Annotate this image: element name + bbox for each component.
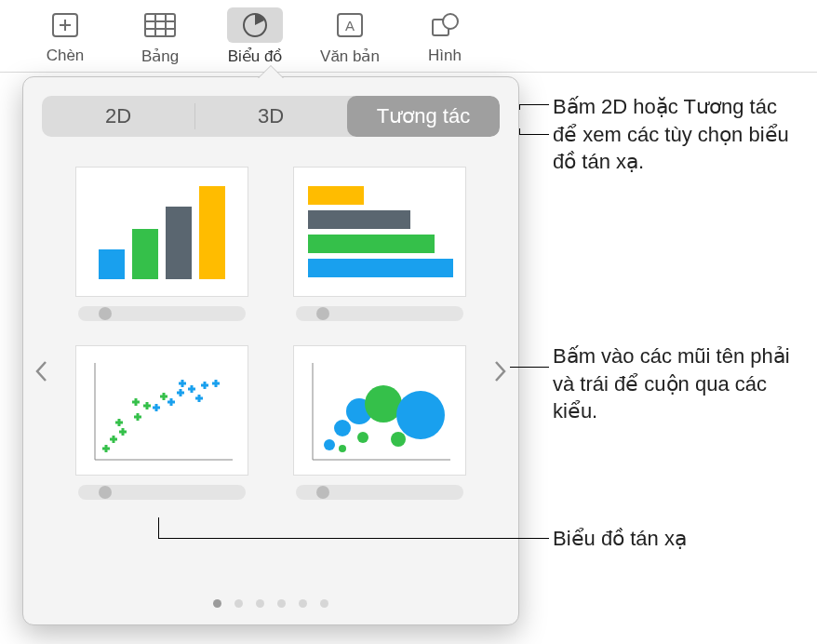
chart-option-column[interactable] [70, 167, 254, 321]
page-dot[interactable] [213, 599, 221, 608]
callout-bottom: Biểu đồ tán xạ [553, 525, 795, 553]
shape-label: Hình [428, 47, 462, 65]
option-slider[interactable] [296, 306, 463, 321]
insert-icon [51, 12, 79, 38]
chart-button[interactable]: Biểu đồ [218, 4, 292, 66]
chart-option-scatter[interactable] [70, 345, 254, 500]
svg-point-30 [365, 385, 402, 423]
page-dot[interactable] [277, 599, 286, 608]
text-label: Văn bản [320, 47, 380, 66]
svg-point-32 [396, 391, 445, 439]
chart-option-bubble[interactable] [288, 345, 472, 500]
text-icon: A [336, 12, 364, 38]
svg-point-28 [357, 432, 368, 443]
page-dots[interactable] [23, 599, 518, 608]
chevron-left-icon [34, 360, 47, 382]
svg-rect-15 [166, 207, 192, 279]
svg-text:A: A [345, 18, 355, 34]
prev-style-arrow[interactable] [29, 353, 53, 390]
insert-label: Chèn [47, 47, 85, 65]
next-style-arrow[interactable] [489, 353, 513, 390]
svg-rect-18 [308, 210, 410, 229]
table-button[interactable]: Bảng [123, 4, 197, 66]
option-slider[interactable] [296, 485, 463, 500]
chart-option-bar[interactable] [288, 167, 472, 321]
tab-2d[interactable]: 2D [42, 96, 194, 137]
svg-rect-19 [308, 235, 435, 253]
svg-point-25 [324, 439, 335, 450]
svg-rect-17 [308, 186, 364, 205]
chart-popover: 2D 3D Tương tác [22, 76, 519, 625]
callout-middle: Bấm vào các mũi tên phải và trái để cuộn… [553, 342, 813, 425]
svg-rect-16 [199, 186, 225, 279]
text-button[interactable]: A Văn bản [313, 4, 387, 66]
option-slider[interactable] [78, 306, 246, 321]
toolbar: Chèn Bảng Biểu đồ A Văn bản Hình [0, 0, 817, 73]
tab-3d[interactable]: 3D [194, 96, 347, 137]
page-dot[interactable] [234, 599, 243, 608]
callout-top: Bấm 2D hoặc Tương tác để xem các tùy chọ… [553, 93, 795, 176]
svg-point-27 [334, 420, 351, 436]
svg-rect-3 [145, 14, 175, 36]
shape-icon [430, 12, 460, 38]
insert-button[interactable]: Chèn [28, 4, 102, 65]
tab-interactive[interactable]: Tương tác [347, 96, 500, 137]
shape-button[interactable]: Hình [408, 4, 482, 65]
chart-type-segmented: 2D 3D Tương tác [42, 96, 500, 137]
pie-chart-icon [241, 11, 269, 39]
svg-rect-20 [308, 259, 453, 277]
page-dot[interactable] [299, 599, 307, 608]
table-label: Bảng [141, 47, 179, 66]
svg-rect-14 [132, 229, 158, 279]
chart-label: Biểu đồ [228, 47, 283, 66]
table-icon [144, 13, 176, 37]
page-dot[interactable] [320, 599, 328, 608]
page-dot[interactable] [256, 599, 264, 608]
svg-point-31 [391, 432, 406, 447]
chevron-right-icon [494, 360, 507, 382]
svg-rect-13 [99, 249, 125, 279]
option-slider[interactable] [78, 485, 246, 500]
svg-point-12 [443, 14, 458, 29]
svg-point-26 [339, 445, 346, 452]
